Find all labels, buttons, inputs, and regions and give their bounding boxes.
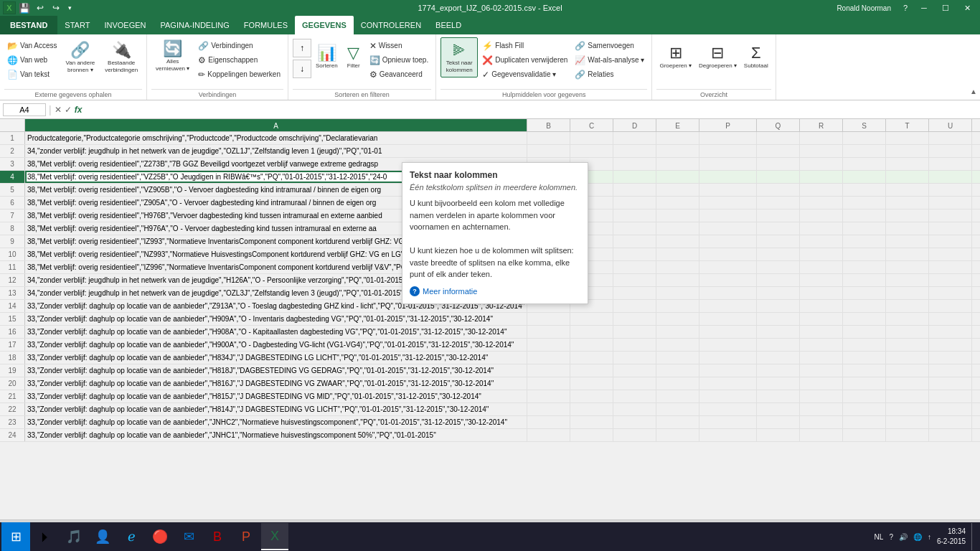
cell[interactable] — [699, 197, 757, 209]
cell[interactable] — [757, 184, 800, 196]
relaties-btn[interactable]: 🔗 Relaties — [572, 67, 647, 81]
cell[interactable] — [613, 313, 656, 325]
cell[interactable] — [843, 326, 886, 338]
cell[interactable] — [929, 403, 972, 415]
cell[interactable] — [656, 235, 699, 248]
cell[interactable] — [843, 403, 886, 415]
cell[interactable] — [656, 171, 699, 183]
cell[interactable] — [886, 313, 929, 325]
taskbar-icon-excel[interactable]: X — [261, 523, 288, 550]
cell[interactable] — [929, 416, 972, 428]
cell[interactable] — [613, 364, 656, 377]
cell[interactable]: 33,"Zonder verblijf: daghulp op locatie … — [25, 416, 527, 428]
cell[interactable] — [757, 339, 800, 351]
cell[interactable] — [843, 313, 886, 325]
cell[interactable] — [886, 209, 929, 222]
cell[interactable] — [886, 326, 929, 338]
cell[interactable] — [570, 377, 613, 390]
cell[interactable] — [527, 326, 570, 338]
row-number[interactable]: 14 — [0, 300, 25, 312]
cell[interactable] — [843, 274, 886, 286]
wissen-btn[interactable]: ✕ Wissen — [367, 39, 432, 52]
cell[interactable] — [929, 352, 972, 364]
cell[interactable] — [800, 145, 843, 157]
cell[interactable] — [843, 339, 886, 351]
cell[interactable] — [929, 145, 972, 157]
cell[interactable] — [613, 352, 656, 364]
tab-pagina-indeling[interactable]: PAGINA-INDELING — [153, 16, 236, 34]
flash-fill-btn[interactable]: ⚡ Flash Fill — [479, 39, 570, 52]
cell[interactable] — [570, 145, 613, 157]
van-access-btn[interactable]: 📂 Van Access — [4, 39, 60, 52]
cell[interactable] — [757, 352, 800, 364]
cell[interactable] — [699, 429, 757, 441]
cell[interactable] — [843, 352, 886, 364]
groeperen-btn[interactable]: ⊞ Groeperen ▾ — [656, 37, 694, 75]
cell[interactable] — [800, 132, 843, 144]
cell[interactable] — [699, 235, 757, 248]
row-number[interactable]: 22 — [0, 403, 25, 415]
cell[interactable] — [656, 300, 699, 312]
col-header-C[interactable]: C — [570, 119, 613, 132]
cell[interactable] — [613, 158, 656, 170]
cell[interactable] — [757, 416, 800, 428]
cell[interactable] — [886, 222, 929, 235]
samenvoegen-btn[interactable]: 🔗 Samenvoegen — [572, 39, 647, 52]
cell[interactable] — [699, 352, 757, 364]
cell[interactable] — [929, 197, 972, 209]
alles-vernieuwen-btn[interactable]: 🔄 Allesvernieuwen ▾ — [151, 37, 194, 75]
cell[interactable] — [843, 184, 886, 196]
cell[interactable] — [886, 300, 929, 312]
cell[interactable] — [699, 287, 757, 299]
col-header-U[interactable]: U — [929, 119, 972, 132]
row-number[interactable]: 1 — [0, 132, 25, 144]
col-header-E[interactable]: E — [656, 119, 699, 132]
cell[interactable] — [699, 300, 757, 312]
cell[interactable] — [613, 261, 656, 273]
cell[interactable] — [656, 313, 699, 325]
cell[interactable] — [570, 339, 613, 351]
sorteren-btn[interactable]: 📊 Sorteren — [313, 37, 341, 75]
cell[interactable] — [699, 171, 757, 183]
cell[interactable] — [800, 377, 843, 390]
cell[interactable] — [757, 171, 800, 183]
cell[interactable] — [656, 209, 699, 222]
cell[interactable] — [843, 390, 886, 402]
cell[interactable] — [656, 429, 699, 441]
cell[interactable] — [613, 390, 656, 402]
cell[interactable] — [656, 377, 699, 390]
cell[interactable] — [699, 313, 757, 325]
cell[interactable] — [886, 197, 929, 209]
cell[interactable] — [929, 248, 972, 260]
tab-controleren[interactable]: CONTROLEREN — [354, 16, 428, 34]
cell[interactable] — [886, 390, 929, 402]
row-number[interactable]: 19 — [0, 364, 25, 377]
cell[interactable] — [570, 132, 613, 144]
row-number[interactable]: 5 — [0, 184, 25, 196]
col-header-B[interactable]: B — [527, 119, 570, 132]
cell[interactable] — [527, 416, 570, 428]
cell[interactable] — [886, 171, 929, 183]
cell[interactable]: 33,"Zonder verblijf: daghulp op locatie … — [25, 339, 527, 351]
cell[interactable] — [843, 377, 886, 390]
row-number[interactable]: 15 — [0, 313, 25, 325]
cell[interactable] — [800, 158, 843, 170]
cell[interactable] — [843, 248, 886, 260]
quick-undo-btn[interactable]: ↩ — [33, 1, 47, 15]
cell[interactable] — [843, 132, 886, 144]
cell[interactable] — [613, 248, 656, 260]
cell[interactable] — [613, 222, 656, 235]
cell[interactable] — [800, 390, 843, 402]
cell[interactable] — [699, 209, 757, 222]
cell[interactable] — [757, 287, 800, 299]
cell[interactable] — [757, 300, 800, 312]
cell[interactable] — [656, 326, 699, 338]
row-number[interactable]: 6 — [0, 197, 25, 209]
row-number[interactable]: 4 — [0, 171, 25, 183]
cell[interactable] — [929, 429, 972, 441]
tab-invoegen[interactable]: INVOEGEN — [97, 16, 153, 34]
taskbar-update-icon[interactable]: ↑ — [928, 533, 931, 541]
cell[interactable] — [699, 339, 757, 351]
koppelingen-bewerken-btn[interactable]: ✏ Koppelingen bewerken — [195, 67, 283, 81]
cell[interactable] — [656, 352, 699, 364]
